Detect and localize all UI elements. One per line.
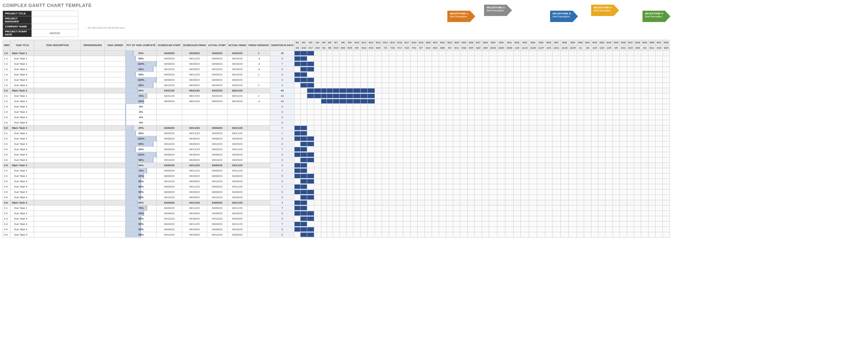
- cell-pct[interactable]: 100%: [125, 61, 157, 67]
- sub-task-row[interactable]: 1.4Sub Task 433%04/03/2304/11/2304/03/23…: [3, 72, 670, 78]
- cell-task-desc[interactable]: [34, 232, 81, 238]
- cell-actual-finish[interactable]: 04/10/23: [227, 56, 248, 61]
- cell-task-desc[interactable]: [34, 83, 81, 88]
- cell-pct[interactable]: 40%: [125, 200, 157, 206]
- cell-finish-var[interactable]: 1: [248, 51, 270, 56]
- cell-finish-var[interactable]: -4: [248, 67, 270, 72]
- cell-sched-start[interactable]: 04/03/23: [157, 131, 182, 136]
- cell-task-owner[interactable]: [105, 51, 125, 56]
- cell-sched-start[interactable]: 04/13/23: [157, 232, 182, 238]
- cell-wbs[interactable]: 4.5: [3, 227, 11, 232]
- cell-sched-start[interactable]: 04/03/23: [157, 51, 182, 56]
- cell-duration[interactable]: 7: [270, 125, 294, 131]
- cell-actual-finish[interactable]: 04/20/23: [227, 157, 248, 163]
- cell-task-desc[interactable]: [34, 200, 81, 206]
- cell-task-owner[interactable]: [105, 88, 125, 93]
- cell-task-desc[interactable]: [34, 179, 81, 184]
- cell-task-owner[interactable]: [105, 174, 125, 179]
- cell-pct[interactable]: 100%: [125, 78, 157, 83]
- sub-task-row[interactable]: 2.2Sub Task 260%05/05/2306/21/2305/03/23…: [3, 99, 670, 104]
- cell-finish-var[interactable]: [248, 142, 270, 147]
- cell-task-desc[interactable]: [34, 104, 81, 110]
- cell-dependencies[interactable]: [81, 211, 105, 216]
- cell-actual-start[interactable]: 04/13/23: [207, 142, 227, 147]
- cell-task-desc[interactable]: [34, 184, 81, 189]
- cell-pct[interactable]: 0%: [125, 115, 157, 120]
- cell-dependencies[interactable]: [81, 110, 105, 115]
- cell-finish-var[interactable]: 2: [248, 93, 270, 99]
- cell-wbs[interactable]: 1.2: [3, 61, 11, 67]
- cell-task-title[interactable]: Sub Task 3: [11, 67, 34, 72]
- cell-wbs[interactable]: 4.4: [3, 184, 11, 189]
- cell-sched-start[interactable]: 04/13/23: [157, 195, 182, 200]
- cell-task-owner[interactable]: [105, 78, 125, 83]
- cell-finish-var[interactable]: [248, 115, 270, 120]
- meta-company-name-value[interactable]: [32, 24, 79, 29]
- cell-dependencies[interactable]: [81, 163, 105, 168]
- cell-wbs[interactable]: 1.6: [3, 83, 11, 88]
- cell-wbs[interactable]: 4.0: [3, 200, 11, 206]
- cell-sched-finish[interactable]: 04/11/23: [182, 72, 207, 78]
- cell-task-owner[interactable]: [105, 189, 125, 195]
- cell-sched-finish[interactable]: 04/20/23: [182, 51, 207, 56]
- cell-sched-start[interactable]: [157, 104, 182, 110]
- cell-dependencies[interactable]: [81, 104, 105, 110]
- cell-duration[interactable]: 9: [270, 227, 294, 232]
- sub-task-row[interactable]: 1.1Sub Task 133%04/03/2304/11/2304/04/23…: [3, 56, 670, 61]
- cell-task-title[interactable]: Sub Task 3: [11, 142, 34, 147]
- cell-task-title[interactable]: Sub Task 4: [11, 72, 34, 78]
- sub-task-row[interactable]: 2.1Sub Task 170%04/21/2306/17/2304/22/23…: [3, 93, 670, 99]
- cell-actual-finish[interactable]: 04/18/23: [227, 67, 248, 72]
- cell-actual-start[interactable]: 04/04/23: [207, 56, 227, 61]
- cell-actual-finish[interactable]: 04/22/23: [227, 51, 248, 56]
- cell-sched-start[interactable]: 04/08/23: [157, 78, 182, 83]
- sub-task-row[interactable]: 2.6Sub Task 60%0: [3, 120, 670, 125]
- cell-dependencies[interactable]: [81, 56, 105, 61]
- cell-task-owner[interactable]: [105, 131, 125, 136]
- cell-task-desc[interactable]: [34, 174, 81, 179]
- cell-sched-finish[interactable]: 04/20/23: [182, 67, 207, 72]
- cell-task-title[interactable]: Sub Task 4: [11, 147, 34, 152]
- cell-finish-var[interactable]: [248, 157, 270, 163]
- cell-duration[interactable]: 6: [270, 142, 294, 147]
- cell-dependencies[interactable]: [81, 115, 105, 120]
- cell-duration[interactable]: 43: [270, 93, 294, 99]
- cell-actual-finish[interactable]: 04/20/23: [227, 189, 248, 195]
- cell-wbs[interactable]: 1.3: [3, 67, 11, 72]
- sub-task-row[interactable]: 3.2Sub Task 2100%04/08/2304/20/2304/08/2…: [3, 136, 670, 142]
- cell-duration[interactable]: 34: [270, 99, 294, 104]
- cell-sched-start[interactable]: 04/13/23: [157, 179, 182, 184]
- cell-actual-finish[interactable]: [227, 110, 248, 115]
- cell-actual-finish[interactable]: 04/20/23: [227, 136, 248, 142]
- main-task-row[interactable]: 2.0Main Task 240%04/21/2306/21/2304/22/2…: [3, 88, 670, 93]
- sub-task-row[interactable]: 3.3Sub Task 390%04/13/2304/20/2304/13/23…: [3, 142, 670, 147]
- cell-finish-var[interactable]: [248, 174, 270, 179]
- cell-task-title[interactable]: Sub Task 1: [11, 93, 34, 99]
- cell-actual-finish[interactable]: 04/20/23: [227, 216, 248, 221]
- cell-task-owner[interactable]: [105, 152, 125, 157]
- cell-wbs[interactable]: 2.0: [3, 88, 11, 93]
- cell-pct[interactable]: 40%: [125, 88, 157, 93]
- cell-finish-var[interactable]: [248, 227, 270, 232]
- cell-pct[interactable]: 50%: [125, 227, 157, 232]
- cell-task-title[interactable]: Sub Task 3: [11, 104, 34, 110]
- cell-duration[interactable]: 7: [270, 206, 294, 211]
- cell-sched-finish[interactable]: 04/11/23: [182, 206, 207, 211]
- cell-task-desc[interactable]: [34, 78, 81, 83]
- cell-sched-start[interactable]: 04/13/23: [157, 83, 182, 88]
- cell-dependencies[interactable]: [81, 88, 105, 93]
- cell-task-title[interactable]: Sub Task 5: [11, 115, 34, 120]
- cell-pct[interactable]: 50%: [125, 216, 157, 221]
- main-task-row[interactable]: 4.0Main Task 440%04/03/2304/11/2304/03/2…: [3, 163, 670, 168]
- cell-pct[interactable]: 0%: [125, 120, 157, 125]
- cell-pct[interactable]: 100%: [125, 152, 157, 157]
- sub-task-row[interactable]: 4.4Sub Task 450%04/03/2304/11/2304/03/23…: [3, 221, 670, 227]
- cell-sched-start[interactable]: 04/03/23: [157, 168, 182, 174]
- cell-sched-start[interactable]: 04/03/23: [157, 125, 182, 131]
- cell-wbs[interactable]: 4.3: [3, 179, 11, 184]
- cell-duration[interactable]: 0: [270, 104, 294, 110]
- cell-task-desc[interactable]: [34, 136, 81, 142]
- cell-duration[interactable]: 0: [270, 120, 294, 125]
- cell-finish-var[interactable]: [248, 200, 270, 206]
- cell-finish-var[interactable]: [248, 131, 270, 136]
